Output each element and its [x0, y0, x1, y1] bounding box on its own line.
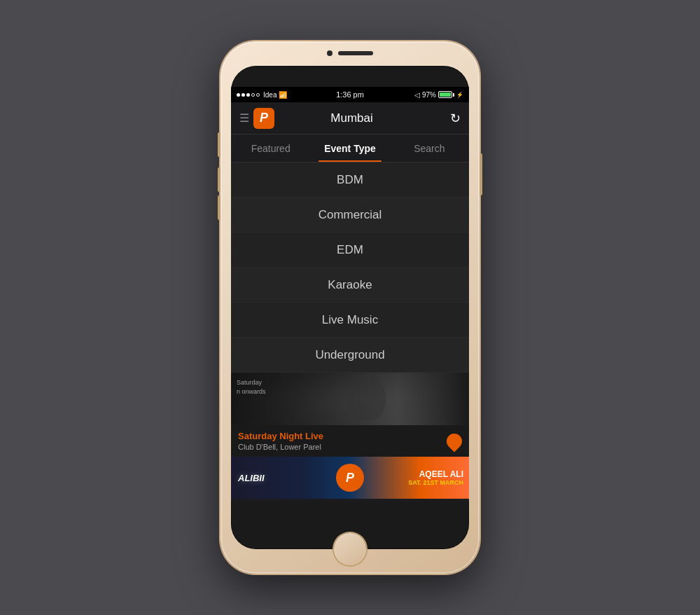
- event-type-underground[interactable]: Underground: [231, 338, 469, 373]
- event-title: Saturday Night Live: [238, 431, 323, 441]
- event-type-bdm[interactable]: BDM: [231, 163, 469, 198]
- signal-dot-3: [246, 93, 250, 97]
- location-icon: ◁: [414, 91, 420, 99]
- featured-event-card[interactable]: Saturday n onwards Saturday Night Live C…: [231, 373, 469, 457]
- app-logo: P: [253, 108, 274, 129]
- event-card-background: Saturday n onwards: [231, 373, 469, 429]
- ad-right-info: AQEEL ALI SAT. 21ST MARCH: [408, 469, 469, 486]
- charging-icon: ⚡: [456, 92, 463, 98]
- ad-center-logo: P: [336, 464, 364, 492]
- battery-tip: [453, 93, 454, 97]
- ad-banner[interactable]: ALIBII P AQEEL ALI SAT. 21ST MARCH: [231, 457, 469, 499]
- refresh-icon[interactable]: ↻: [450, 111, 461, 126]
- signal-dot-1: [237, 93, 240, 97]
- event-type-edm[interactable]: EDM: [231, 233, 469, 268]
- event-card-info: Saturday Night Live Club D'Bell, Lower P…: [231, 425, 469, 457]
- phone-screen-container: Idea 📶 1:36 pm ◁ 97% ⚡: [231, 66, 469, 549]
- status-left: Idea 📶: [237, 91, 287, 99]
- tab-featured[interactable]: Featured: [231, 134, 310, 162]
- logo-letter: P: [260, 111, 268, 125]
- status-bar: Idea 📶 1:36 pm ◁ 97% ⚡: [231, 87, 469, 102]
- ad-left-label: ALIBII: [231, 473, 265, 483]
- ad-date: SAT. 21ST MARCH: [408, 479, 463, 486]
- tab-event-type[interactable]: Event Type: [310, 134, 389, 162]
- status-time: 1:36 pm: [336, 90, 364, 99]
- home-button[interactable]: [334, 533, 366, 565]
- wifi-icon: 📶: [279, 91, 287, 99]
- signal-bars: [237, 93, 260, 97]
- screen: Idea 📶 1:36 pm ◁ 97% ⚡: [231, 87, 469, 502]
- speaker-slot: [338, 51, 373, 55]
- battery-fill: [440, 92, 451, 97]
- event-type-commercial[interactable]: Commercial: [231, 198, 469, 233]
- menu-icon[interactable]: ☰: [239, 111, 249, 125]
- event-type-karaoke[interactable]: Karaoke: [231, 268, 469, 303]
- phone-top-bar: [308, 48, 392, 58]
- signal-dot-4: [251, 93, 255, 97]
- city-label: Mumbai: [274, 111, 429, 125]
- status-right: ◁ 97% ⚡: [414, 91, 463, 99]
- ad-performer-name: AQEEL ALI: [419, 469, 463, 479]
- battery-body: [438, 91, 452, 98]
- tab-bar: Featured Event Type Search: [231, 134, 469, 163]
- battery-indicator: [438, 91, 454, 98]
- location-pin-icon[interactable]: [443, 430, 465, 452]
- battery-percent: 97%: [422, 91, 436, 99]
- carrier-label: Idea: [263, 91, 276, 99]
- performer-silhouette: [347, 375, 386, 420]
- camera-dot: [327, 50, 332, 56]
- ad-logo-letter: P: [346, 471, 354, 485]
- event-details: Saturday Night Live Club D'Bell, Lower P…: [238, 431, 323, 451]
- event-type-list: BDM Commercial EDM Karaoke Live Music Un…: [231, 163, 469, 373]
- event-venue: Club D'Bell, Lower Parel: [238, 443, 323, 451]
- phone-frame: Idea 📶 1:36 pm ◁ 97% ⚡: [220, 41, 479, 574]
- app-header: ☰ P Mumbai ↻: [231, 102, 469, 134]
- card-overlay-text: Saturday n onwards: [237, 378, 266, 396]
- signal-dot-2: [241, 93, 245, 97]
- event-type-live-music[interactable]: Live Music: [231, 303, 469, 338]
- tab-search[interactable]: Search: [390, 134, 469, 162]
- signal-dot-5: [256, 93, 260, 97]
